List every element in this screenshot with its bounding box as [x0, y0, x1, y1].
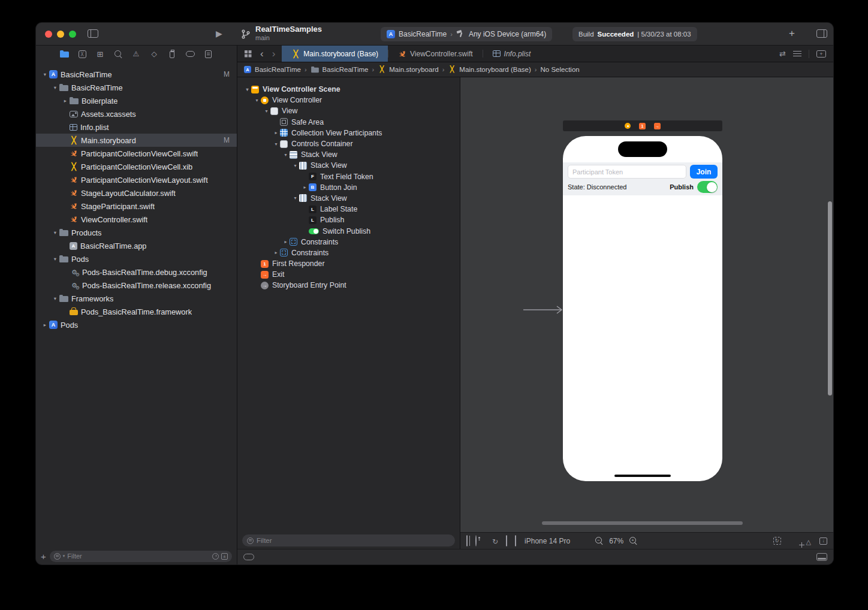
toggle-inspector-icon[interactable]: [816, 29, 827, 38]
outline-row-switch-publish[interactable]: Switch Publish: [237, 225, 460, 236]
file-row-assets-xcassets[interactable]: Assets.xcassets: [36, 107, 237, 120]
outline-row-stack-view[interactable]: ▾Stack View: [237, 149, 460, 160]
tab-info-plist[interactable]: Info.plist: [483, 46, 541, 62]
toggle-navigator-icon[interactable]: [88, 29, 98, 38]
breadcrumb-main-storyboard[interactable]: ╳Main.storyboard: [378, 65, 438, 74]
disclosure-chevron[interactable]: ▾: [51, 84, 59, 90]
disclosure-chevron[interactable]: ▾: [51, 229, 59, 235]
outline-row-first-responder[interactable]: 1First Responder: [237, 258, 460, 269]
code-review-icon[interactable]: ⇄: [779, 49, 786, 58]
horizontal-scrollbar[interactable]: [542, 521, 743, 525]
close-window-button[interactable]: [45, 31, 52, 38]
library-add-button[interactable]: +: [789, 28, 795, 40]
outline-row-constraints[interactable]: ▸Constraints: [237, 237, 460, 247]
outline-row-controls-container[interactable]: ▾Controls Container: [237, 138, 460, 149]
outline-row-button-join[interactable]: ▸BButton Join: [237, 182, 460, 193]
disclosure-chevron[interactable]: ▸: [272, 130, 280, 135]
breadcrumb-basicrealtime[interactable]: ABasicRealTime: [243, 65, 301, 74]
disclosure-chevron[interactable]: ▾: [51, 256, 59, 262]
navigator-tab-project[interactable]: [55, 46, 73, 62]
navigator-tab-issues[interactable]: ⚠: [127, 46, 145, 62]
adjust-editor-options-icon[interactable]: [793, 51, 801, 57]
file-row-pods-basicrealtime-framework[interactable]: Pods_BasicRealTime.framework: [36, 305, 237, 318]
navigator-tab-find[interactable]: [109, 46, 127, 62]
run-button[interactable]: ▶: [216, 29, 222, 38]
disclosure-chevron[interactable]: ▸: [41, 322, 49, 328]
embed-icon[interactable]: ↓: [819, 537, 827, 545]
forward-button[interactable]: ›: [269, 47, 279, 61]
file-row-frameworks[interactable]: ▾Frameworks: [36, 292, 237, 305]
disclosure-chevron[interactable]: ▾: [282, 152, 290, 158]
navigator-tab-symbols[interactable]: ⊞: [91, 46, 109, 62]
zoom-in-icon[interactable]: +: [629, 537, 637, 545]
join-button[interactable]: Join: [690, 165, 718, 179]
file-row-pods[interactable]: ▾Pods: [36, 252, 237, 265]
file-row-pods-basicrealtime-debug-xcconfig[interactable]: ⚙Pods-BasicRealTime.debug.xcconfig: [36, 265, 237, 279]
file-row-info-plist[interactable]: Info.plist: [36, 120, 237, 134]
outline-row-view-controller[interactable]: ▾View Controller: [237, 95, 460, 105]
outline-filter-field[interactable]: Filter: [242, 534, 455, 546]
outline-row-stack-view[interactable]: ▾Stack View: [237, 160, 460, 171]
disclosure-chevron[interactable]: ▾: [253, 98, 261, 103]
orientation-icon[interactable]: ↻: [492, 536, 498, 546]
scheme-selector[interactable]: A BasicRealTime › Any iOS Device (arm64): [381, 27, 552, 41]
breadcrumb-no-selection[interactable]: No Selection: [541, 66, 580, 73]
breadcrumb-basicrealtime[interactable]: BasicRealTime: [311, 66, 369, 73]
outline-row-storyboard-entry-point[interactable]: →Storyboard Entry Point: [237, 280, 460, 291]
add-editor-icon[interactable]: +: [816, 50, 826, 58]
file-row-products[interactable]: ▾Products: [36, 226, 237, 239]
controls-container-view[interactable]: Participant Token Join State: Disconnect…: [563, 162, 722, 195]
minimize-window-button[interactable]: [57, 31, 64, 38]
disclosure-chevron[interactable]: ▾: [263, 108, 270, 114]
navigator-tab-reports[interactable]: [199, 46, 217, 62]
zoom-level[interactable]: 67%: [609, 537, 623, 545]
outline-row-exit[interactable]: →Exit: [237, 269, 460, 280]
tab-main-storyboard-base[interactable]: ╳Main.storyboard (Base): [282, 46, 388, 62]
file-row-basicrealtime-app[interactable]: ABasicRealTime.app: [36, 239, 237, 252]
storyboard-canvas[interactable]: 1 → Participant Token: [460, 77, 833, 532]
file-row-participantcollectionviewcell-swift[interactable]: ParticipantCollectionViewCell.swift: [36, 147, 237, 160]
vertical-scrollbar[interactable]: [828, 201, 832, 395]
navigator-tab-debug[interactable]: [163, 46, 181, 62]
disclosure-chevron[interactable]: ▸: [301, 185, 309, 190]
tab-viewcontroller-swift[interactable]: ViewController.swift: [388, 46, 482, 62]
back-button[interactable]: ‹: [257, 47, 267, 61]
disclosure-chevron[interactable]: ▾: [243, 87, 251, 92]
zoom-window-button[interactable]: [69, 31, 76, 38]
update-frames-icon[interactable]: ↻: [773, 537, 781, 545]
file-row-participantcollectionviewcell-xib[interactable]: ╳ParticipantCollectionViewCell.xib: [36, 160, 237, 173]
navigator-tab-tests[interactable]: ◇: [145, 46, 163, 62]
outline-row-constraints[interactable]: ▸Constraints: [237, 247, 460, 258]
device-icon[interactable]: [515, 536, 516, 546]
file-row-main-storyboard[interactable]: ╳Main.storyboardM: [36, 134, 237, 147]
file-row-participantcollectionviewlayout-swift[interactable]: ParticipantCollectionViewLayout.swift: [36, 173, 237, 186]
accessibility-icon[interactable]: [475, 536, 477, 546]
outline-row-text-field-token[interactable]: FText Field Token: [237, 171, 460, 182]
outline-row-view[interactable]: ▾View: [237, 105, 460, 116]
participant-token-field[interactable]: Participant Token: [568, 165, 686, 179]
file-row-stageparticipant-swift[interactable]: StageParticipant.swift: [36, 200, 237, 213]
tag-icon[interactable]: [243, 554, 254, 560]
navigator-filter-field[interactable]: ▾ Filter ±: [50, 551, 232, 562]
disclosure-chevron[interactable]: ▾: [272, 141, 280, 147]
outline-row-collection-view-participants[interactable]: ▸Collection View Participants: [237, 128, 460, 138]
recent-files-icon[interactable]: [212, 553, 219, 560]
adapt-icon[interactable]: [506, 536, 507, 546]
tab-overview-icon[interactable]: [245, 50, 251, 57]
file-row-boilerplate[interactable]: ▸Boilerplate: [36, 94, 237, 107]
exit-dock-icon[interactable]: →: [654, 123, 661, 129]
scheme-target[interactable]: BasicRealTime: [399, 30, 447, 38]
state-label[interactable]: State: Disconnected: [568, 183, 626, 191]
navigator-tab-source-control[interactable]: ╳: [73, 46, 91, 62]
disclosure-chevron[interactable]: ▾: [51, 295, 59, 301]
outline-row-stack-view[interactable]: ▾Stack View: [237, 193, 460, 204]
disclosure-chevron[interactable]: ▸: [272, 250, 280, 255]
disclosure-chevron[interactable]: ▾: [41, 71, 49, 77]
editor-layout-icon[interactable]: [816, 553, 827, 561]
publish-label[interactable]: Publish: [670, 183, 697, 191]
breadcrumb-main-storyboard-base[interactable]: ╳Main.storyboard (Base): [448, 65, 531, 74]
outline-row-safe-area[interactable]: Safe Area: [237, 117, 460, 128]
resolve-icon[interactable]: △: [806, 536, 811, 546]
file-row-basicrealtime[interactable]: ▾BasicRealTime: [36, 81, 237, 94]
disclosure-chevron[interactable]: ▸: [282, 239, 290, 244]
